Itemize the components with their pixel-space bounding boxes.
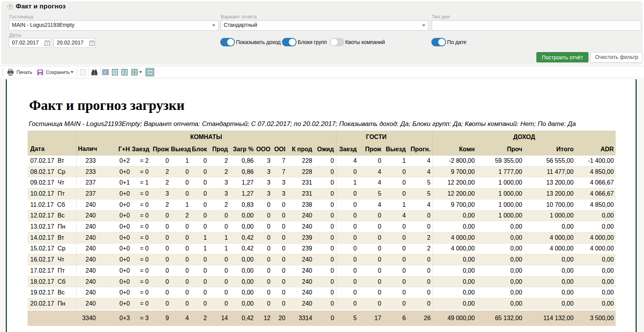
svg-text:?: ? bbox=[82, 70, 84, 75]
svg-text:7: 7 bbox=[46, 42, 48, 46]
svg-text:7: 7 bbox=[91, 42, 93, 46]
